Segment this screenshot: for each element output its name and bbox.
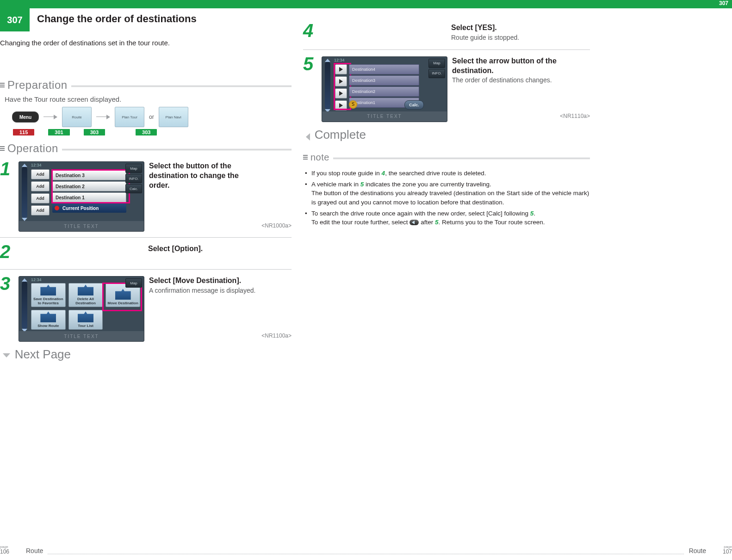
step-instruction: Select the arrow button of the destinati… xyxy=(452,56,557,76)
step-instruction: Select [Move Destination]. xyxy=(149,276,259,286)
screenshot-step5: 12:34 Destination4 Destination3 Destinat… xyxy=(322,56,447,122)
page-number-left: page 106 xyxy=(0,545,21,554)
note-label: note xyxy=(310,152,329,163)
step-description: Route guide is stopped. xyxy=(451,34,590,41)
next-page-label: Next Page xyxy=(15,347,71,361)
clock-label: 12:34 xyxy=(31,163,42,167)
info-badge: INFO. xyxy=(428,69,445,78)
route-screen-image: Route xyxy=(62,107,92,127)
footer-category-left: Route xyxy=(26,547,43,554)
calc-button: Calc. xyxy=(404,100,424,110)
step-number: 2 xyxy=(0,242,17,261)
add-button: Add xyxy=(31,169,50,179)
chevron-down-icon xyxy=(3,353,10,357)
note-item: A vehicle mark in 5 indicates the zone y… xyxy=(311,180,590,207)
footer-category-right: Route xyxy=(689,547,706,554)
map-badge: Map xyxy=(125,278,142,288)
ref-tag: 303 xyxy=(136,129,157,135)
image-reference: <NR1100a> xyxy=(261,332,292,339)
clock-label: 12:34 xyxy=(334,58,345,62)
scroll-slider xyxy=(22,166,27,218)
note-item: If you stop route guide in 4, the search… xyxy=(311,169,590,178)
clock-label: 12:34 xyxy=(31,277,42,282)
option-show-route: Show Route xyxy=(31,310,66,330)
step-1: 1 12:34 Add Add Add Add Destination 3 De… xyxy=(0,160,292,238)
step-number: 4 xyxy=(303,21,320,41)
step-instruction: Select the button of the destination to … xyxy=(149,161,259,190)
reference-tags: 115 301 303 303 xyxy=(13,129,292,135)
image-reference: <NR1110a> xyxy=(560,113,590,119)
add-button: Add xyxy=(31,181,50,191)
complete-marker: Complete xyxy=(303,128,590,142)
destination-row: Destination 2 xyxy=(52,181,126,191)
add-button: Add xyxy=(31,205,50,215)
destination-row: Destination 1 xyxy=(52,192,126,203)
or-label: or xyxy=(149,114,154,120)
menu-button-image: Menu xyxy=(12,111,39,123)
destination-row: Destination 3 xyxy=(52,170,126,180)
destination-row: Destination4 xyxy=(349,64,419,74)
ref-tag: 303 xyxy=(84,129,105,135)
preparation-label: Preparation xyxy=(7,79,68,92)
note-item: To search the drive route once again wit… xyxy=(311,209,590,227)
arrow-button xyxy=(335,100,347,111)
ref-tag: 115 xyxy=(13,129,34,135)
page-number-right: page 107 xyxy=(711,545,732,554)
map-badge: Map xyxy=(428,59,445,68)
image-reference: <NR1000a> xyxy=(261,222,292,229)
arrow-icon xyxy=(96,115,110,119)
map-badge: Map xyxy=(125,164,142,173)
title-text-bar: TITLE TEXT xyxy=(19,221,144,231)
step-4: 4 Select [YES]. Route guide is stopped. xyxy=(303,21,590,50)
step-instruction: Select [YES]. xyxy=(451,23,590,33)
destination-row: Destination3 xyxy=(349,75,419,86)
note-list: If you stop route guide in 4, the search… xyxy=(303,169,590,227)
option-delete-all: Delete All Destination xyxy=(68,283,103,307)
option-tour-list: Tour List xyxy=(68,310,103,330)
scroll-slider xyxy=(22,281,27,329)
chevron-left-icon xyxy=(306,133,310,141)
operation-label: Operation xyxy=(7,142,58,155)
start-badge: S xyxy=(349,100,357,109)
step-2: 2 Select [Option]. xyxy=(0,242,292,270)
plan-tour-image: Plan Tour xyxy=(115,107,144,127)
note-heading: note xyxy=(303,152,590,163)
step-description: The order of destinations changes. xyxy=(452,76,557,84)
step-number: 1 xyxy=(0,160,17,232)
arrow-button xyxy=(335,88,347,98)
step-description: A confirmation message is displayed. xyxy=(149,287,259,294)
option-save-destination: Save Destination to Favorites xyxy=(31,283,66,307)
calc-badge: Calc. xyxy=(125,184,142,193)
page-footer: page 106 Route Route page 107 xyxy=(0,545,732,554)
scroll-slider xyxy=(325,62,330,110)
step-instruction: Select [Option]. xyxy=(148,244,292,254)
step-5: 5 12:34 Destination4 Destination3 Dest xyxy=(303,55,590,128)
current-position-row: Current Position xyxy=(52,203,126,213)
title-text-bar: TITLE TEXT xyxy=(19,331,144,341)
arrow-icon xyxy=(43,115,57,119)
arrow-button xyxy=(335,64,347,74)
step-3: 3 12:34 Save Destination to Favorites De… xyxy=(0,274,292,347)
arrow-button xyxy=(335,76,347,86)
screenshot-step3: 12:34 Save Destination to Favorites Dele… xyxy=(19,276,144,342)
info-badge: INFO. xyxy=(125,174,142,183)
destination-row: Destination2 xyxy=(349,86,419,97)
preparation-instruction: Have the Tour route screen displayed. xyxy=(5,95,292,103)
add-button: Add xyxy=(31,193,50,203)
step-number: 3 xyxy=(0,274,17,342)
back-icon xyxy=(409,220,419,225)
option-empty xyxy=(105,310,140,330)
preparation-breadcrumb: Menu Route Plan Tour or Plan Navi xyxy=(12,107,292,127)
operation-heading: Operation xyxy=(0,142,292,155)
ref-tag: 301 xyxy=(48,129,69,135)
preparation-heading: Preparation xyxy=(0,79,292,92)
plan-navi-image: Plan Navi xyxy=(159,107,188,127)
next-page-marker: Next Page xyxy=(0,347,292,362)
complete-label: Complete xyxy=(315,128,366,142)
step-number: 5 xyxy=(303,55,320,122)
footer-rule xyxy=(48,554,684,554)
title-text-bar: TITLE TEXT xyxy=(322,111,447,122)
screenshot-step1: 12:34 Add Add Add Add Destination 3 Dest… xyxy=(19,161,144,232)
